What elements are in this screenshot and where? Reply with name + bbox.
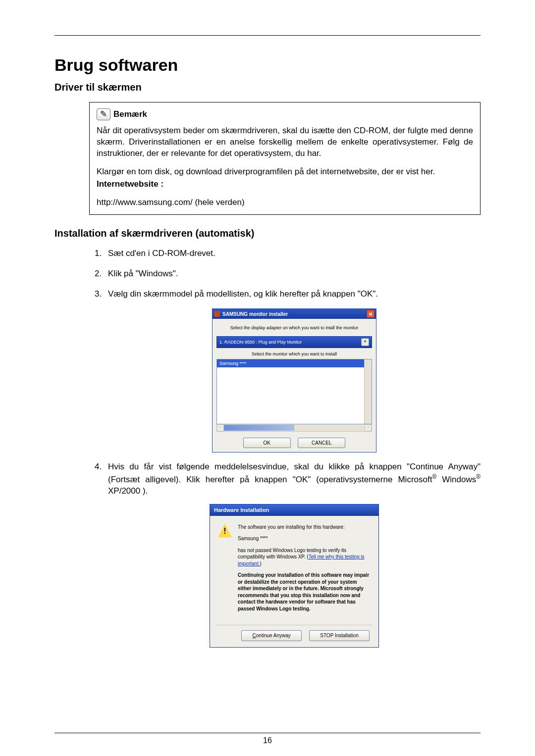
- continue-anyway-button[interactable]: Continue Anyway: [241, 630, 302, 641]
- step-2: Klik på "Windows".: [104, 268, 481, 280]
- close-icon[interactable]: ✕: [367, 310, 374, 318]
- installer-titlebar: SAMSUNG monitor installer ✕: [213, 309, 376, 319]
- rule-bottom: [54, 733, 481, 733]
- samsung-installer-dialog: SAMSUNG monitor installer ✕ Select the d…: [212, 308, 376, 453]
- hardware-button-row: Continue Anyway STOP Installation: [210, 625, 378, 647]
- installer-body: Select the display adapter on which you …: [213, 319, 376, 452]
- note-box: ✎ Bemærk Når dit operativsystem beder om…: [89, 102, 481, 215]
- page-title: Brug softwaren: [54, 55, 481, 75]
- step-3-text: Vælg din skærmmodel på modellisten, og k…: [108, 289, 378, 299]
- stop-installation-button[interactable]: STOP Installation: [309, 630, 370, 641]
- hw-line-3: has not passed Windows Logo testing to v…: [238, 547, 371, 567]
- hardware-installation-dialog: Hardware Installation The software you a…: [210, 504, 379, 648]
- installer-title-text: SAMSUNG monitor installer: [222, 311, 288, 318]
- page-number: 16: [0, 736, 535, 745]
- hw-line-2: Samsung ****: [238, 535, 371, 542]
- installer-app-icon: [214, 311, 220, 317]
- hw-line-1: The software you are installing for this…: [238, 524, 371, 531]
- scroll-right-icon[interactable]: ›: [365, 424, 372, 431]
- installer-instruction-1: Select the display adapter on which you …: [216, 325, 372, 331]
- note-pencil-icon: ✎: [97, 108, 110, 120]
- section-install-heading: Installation af skærmdriveren (automatis…: [54, 228, 481, 239]
- step-1: Sæt cd'en i CD-ROM-drevet.: [104, 248, 481, 259]
- hardware-titlebar: Hardware Installation: [210, 504, 378, 516]
- hardware-body: The software you are installing for this…: [210, 516, 378, 622]
- horizontal-scrollbar[interactable]: ‹ ›: [216, 424, 372, 432]
- chevron-down-icon[interactable]: ▾: [361, 338, 369, 346]
- rule-top: [54, 35, 481, 36]
- adapter-dropdown[interactable]: 1. RADEON 9550 : Plug and Play Monitor ▾: [216, 336, 372, 348]
- note-head: ✎ Bemærk: [97, 108, 473, 120]
- warning-icon: [218, 524, 232, 538]
- cancel-button[interactable]: CANCEL: [298, 438, 345, 449]
- note-paragraph-1: Når dit operativsystem beder om skærmdri…: [97, 125, 473, 159]
- section-driver-heading: Driver til skærmen: [54, 82, 481, 93]
- ok-button[interactable]: OK: [243, 438, 291, 449]
- steps-list: Sæt cd'en i CD-ROM-drevet. Klik på "Wind…: [89, 248, 481, 648]
- step-4: Hvis du får vist følgende meddelelsesvin…: [104, 461, 481, 647]
- hw-warning-paragraph: Continuing your installation of this sof…: [238, 572, 371, 612]
- scroll-track[interactable]: [224, 425, 365, 431]
- installer-button-row: OK CANCEL: [216, 438, 372, 449]
- note-site-url: http://www.samsung.com/ (hele verden): [97, 197, 473, 208]
- step-3: Vælg din skærmmodel på modellisten, og k…: [104, 289, 481, 453]
- hardware-dialog-wrap: Hardware Installation The software you a…: [108, 504, 481, 648]
- note-label: Bemærk: [113, 109, 147, 120]
- vertical-scrollbar[interactable]: [364, 359, 372, 424]
- step-4-text: Hvis du får vist følgende meddelelsesvin…: [108, 462, 481, 496]
- monitor-listbox[interactable]: Samsung ****: [216, 359, 372, 424]
- note-paragraph-2: Klargør en tom disk, og download driverp…: [97, 166, 473, 178]
- monitor-list-item[interactable]: Samsung ****: [217, 359, 365, 367]
- hardware-text: The software you are installing for this…: [238, 524, 371, 617]
- note-site-label: Internetwebsite :: [97, 179, 473, 190]
- installer-dialog-wrap: SAMSUNG monitor installer ✕ Select the d…: [108, 308, 481, 453]
- scroll-left-icon[interactable]: ‹: [217, 424, 224, 431]
- adapter-dropdown-value: 1. RADEON 9550 : Plug and Play Monitor: [219, 339, 302, 345]
- installer-instruction-2: Select the monitor which you want to ins…: [216, 351, 372, 357]
